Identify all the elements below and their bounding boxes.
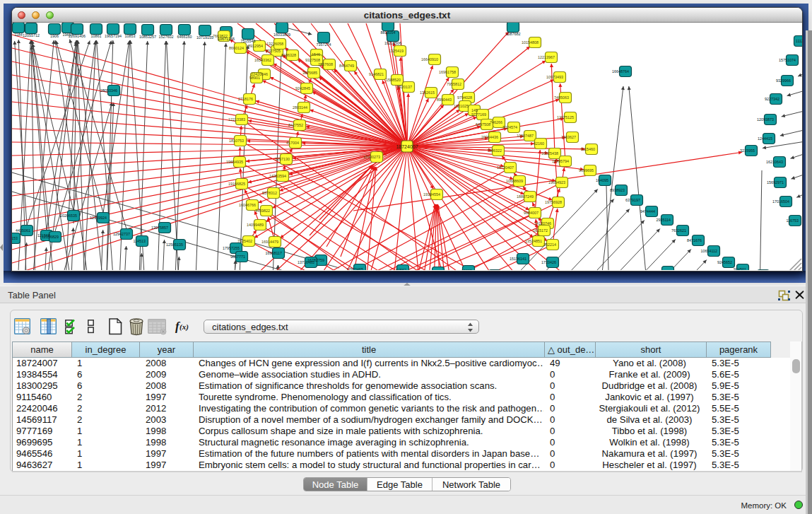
svg-text:62160: 62160: [534, 141, 544, 146]
svg-text:7357274: 7357274: [317, 42, 331, 47]
svg-text:6497508: 6497508: [476, 122, 490, 127]
svg-text:7986322: 7986322: [487, 148, 502, 153]
svg-text:1463627: 1463627: [561, 135, 576, 139]
svg-text:16033809: 16033809: [273, 33, 290, 37]
svg-text:2803144: 2803144: [293, 105, 307, 110]
svg-text:10654112: 10654112: [700, 249, 717, 253]
svg-text:8320137: 8320137: [397, 85, 412, 89]
svg-text:9857771: 9857771: [230, 255, 245, 259]
svg-text:3875685: 3875685: [302, 71, 317, 75]
svg-text:7485063: 7485063: [554, 95, 569, 100]
svg-text:8938923: 8938923: [610, 188, 625, 192]
svg-text:2867608: 2867608: [318, 62, 333, 66]
svg-text:1733426: 1733426: [541, 260, 556, 264]
svg-text:1615172: 1615172: [533, 228, 548, 233]
svg-text:12093873: 12093873: [757, 117, 774, 122]
svg-text:9146821: 9146821: [369, 72, 384, 76]
svg-text:114513: 114513: [133, 239, 146, 243]
svg-text:5578312: 5578312: [262, 191, 277, 195]
svg-text:12923465: 12923465: [346, 267, 363, 270]
svg-text:16210643: 16210643: [766, 160, 783, 164]
svg-text:7515545: 7515545: [241, 39, 256, 43]
svg-text:14353594: 14353594: [269, 174, 286, 178]
svg-text:17957255: 17957255: [223, 246, 240, 250]
svg-text:3459822: 3459822: [255, 209, 270, 213]
svg-text:6379197: 6379197: [625, 198, 640, 202]
svg-text:12213383: 12213383: [228, 117, 245, 122]
svg-text:12055712: 12055712: [23, 33, 40, 37]
svg-text:10025438: 10025438: [541, 151, 558, 156]
svg-text:924501: 924501: [734, 267, 746, 270]
svg-text:12213967: 12213967: [538, 55, 555, 59]
svg-text:19218506: 19218506: [384, 41, 401, 45]
svg-text:9327505: 9327505: [266, 49, 281, 53]
svg-text:14099489: 14099489: [247, 223, 264, 227]
svg-text:7955812: 7955812: [447, 82, 461, 86]
svg-text:9699695: 9699695: [579, 168, 594, 173]
svg-text:10719155: 10719155: [196, 35, 213, 40]
svg-text:16961758: 16961758: [439, 70, 456, 74]
svg-text:9777169: 9777169: [471, 112, 486, 117]
svg-text:1546: 1546: [312, 52, 320, 57]
svg-text:10973493: 10973493: [546, 75, 563, 79]
svg-text:19756928: 19756928: [545, 200, 562, 204]
svg-text:1325419: 1325419: [389, 49, 404, 53]
svg-text:4435061: 4435061: [16, 228, 30, 233]
svg-text:16543362: 16543362: [254, 58, 271, 62]
svg-text:2087682: 2087682: [506, 32, 521, 36]
svg-text:1906: 1906: [50, 34, 59, 38]
svg-text:746266: 746266: [490, 120, 502, 124]
svg-text:84562: 84562: [396, 268, 406, 270]
svg-text:19657194: 19657194: [105, 34, 122, 38]
svg-text:2718176: 2718176: [238, 97, 253, 101]
svg-text:910463: 910463: [659, 269, 671, 270]
svg-text:14120746: 14120746: [534, 221, 551, 226]
svg-text:15720407: 15720407: [497, 165, 514, 170]
svg-text:116753: 116753: [786, 218, 799, 223]
svg-text:9115460: 9115460: [580, 147, 595, 151]
svg-text:3215955: 3215955: [740, 148, 755, 153]
svg-text:10853: 10853: [125, 34, 136, 38]
svg-text:10688609: 10688609: [506, 179, 523, 183]
svg-text:16958117: 16958117: [265, 251, 282, 255]
svg-text:7632621: 7632621: [671, 228, 686, 233]
svg-text:18724007: 18724007: [396, 144, 418, 149]
svg-text:15136141: 15136141: [510, 257, 526, 261]
svg-text:8471676: 8471676: [687, 238, 702, 243]
svg-text:10154808: 10154808: [522, 40, 539, 45]
svg-text:1184: 1184: [14, 33, 23, 37]
svg-text:98901: 98901: [249, 76, 260, 80]
svg-text:12505135: 12505135: [166, 243, 183, 247]
svg-text:7663822: 7663822: [213, 34, 228, 38]
svg-text:19166825: 19166825: [228, 182, 245, 186]
svg-text:13226058: 13226058: [266, 42, 283, 46]
svg-text:417004: 417004: [286, 141, 299, 145]
svg-text:12156829: 12156829: [42, 235, 59, 239]
svg-text:20364436: 20364436: [481, 135, 498, 139]
svg-text:18495794: 18495794: [552, 159, 569, 163]
svg-text:10807487: 10807487: [517, 134, 534, 138]
svg-text:8990443: 8990443: [437, 98, 452, 102]
svg-text:1621025: 1621025: [454, 104, 469, 108]
svg-text:19654935: 19654935: [226, 160, 243, 164]
svg-text:8427552: 8427552: [288, 123, 303, 127]
svg-text:10853257: 10853257: [139, 35, 156, 39]
svg-text:8186328: 8186328: [281, 53, 296, 57]
svg-text:10861: 10861: [91, 34, 102, 38]
svg-text:7625402: 7625402: [237, 239, 252, 243]
svg-text:8660124: 8660124: [229, 46, 244, 50]
svg-text:15692971: 15692971: [767, 180, 784, 185]
svg-text:1527602: 1527602: [159, 35, 174, 39]
svg-text:9329966: 9329966: [776, 78, 791, 83]
svg-text:6466160: 6466160: [177, 35, 192, 39]
svg-text:12942737: 12942737: [113, 232, 130, 236]
svg-text:16648764: 16648764: [612, 69, 629, 74]
svg-text:16046766: 16046766: [239, 203, 256, 207]
svg-text:13716485: 13716485: [298, 260, 314, 264]
svg-text:9474444: 9474444: [640, 209, 655, 214]
svg-text:1588520: 1588520: [386, 78, 401, 82]
svg-text:18807249: 18807249: [517, 194, 534, 199]
svg-text:13975857: 13975857: [151, 226, 168, 230]
svg-text:16640910: 16640910: [421, 57, 438, 62]
svg-text:9794028: 9794028: [457, 95, 472, 100]
